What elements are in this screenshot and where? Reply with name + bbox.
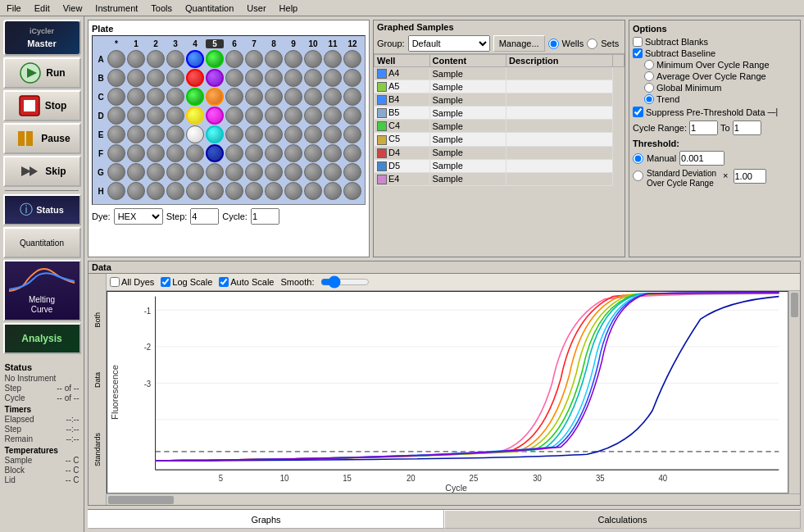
well-d11[interactable] [324, 107, 342, 125]
table-row[interactable]: C4 Sample [375, 120, 625, 133]
well-e4[interactable] [186, 125, 204, 143]
well-d8[interactable] [265, 107, 283, 125]
menu-help[interactable]: Help [276, 2, 302, 14]
cycle-from-input[interactable] [689, 120, 718, 135]
well-d5[interactable] [206, 107, 224, 125]
menu-instrument[interactable]: Instrument [92, 2, 141, 14]
well-a4[interactable] [186, 50, 204, 68]
well-c1[interactable] [127, 88, 145, 106]
melting-curve-button[interactable]: MeltingCurve [3, 260, 81, 321]
menu-quantitation[interactable]: Quantitation [182, 2, 237, 14]
well-h-star[interactable] [107, 182, 125, 200]
table-row[interactable]: A4 Sample [375, 67, 625, 80]
well-h5[interactable] [206, 182, 224, 200]
stddev-radio[interactable] [633, 171, 643, 181]
pause-button[interactable]: Pause [3, 123, 81, 154]
well-b4[interactable] [186, 69, 204, 87]
well-f3[interactable] [166, 144, 184, 162]
well-d12[interactable] [343, 107, 361, 125]
well-h12[interactable] [343, 182, 361, 200]
well-g1[interactable] [127, 163, 145, 181]
manual-threshold-input[interactable] [679, 151, 725, 166]
table-row[interactable]: D5 Sample [375, 159, 625, 172]
table-row[interactable]: E4 Sample [375, 172, 625, 185]
well-d9[interactable] [284, 107, 302, 125]
well-g-star[interactable] [107, 163, 125, 181]
well-e-star[interactable] [107, 125, 125, 143]
well-h2[interactable] [147, 182, 165, 200]
skip-button[interactable]: Skip [3, 156, 81, 187]
well-g4[interactable] [186, 163, 204, 181]
stop-button[interactable]: Stop [3, 90, 81, 121]
well-a12[interactable] [343, 50, 361, 68]
well-h1[interactable] [127, 182, 145, 200]
well-e12[interactable] [343, 125, 361, 143]
menu-view[interactable]: View [60, 2, 86, 14]
smooth-slider[interactable] [320, 275, 370, 289]
log-scale-checkbox[interactable] [161, 277, 170, 287]
well-e6[interactable] [225, 125, 243, 143]
well-h11[interactable] [324, 182, 342, 200]
well-c11[interactable] [324, 88, 342, 106]
well-b10[interactable] [304, 69, 322, 87]
wells-radio[interactable] [548, 39, 559, 49]
well-a2[interactable] [147, 50, 165, 68]
min-over-cycle-radio[interactable] [644, 60, 654, 70]
well-e3[interactable] [166, 125, 184, 143]
well-d7[interactable] [245, 107, 263, 125]
horizontal-scrollbar[interactable] [107, 493, 800, 505]
well-a7[interactable] [245, 50, 263, 68]
well-f11[interactable] [324, 144, 342, 162]
well-f9[interactable] [284, 144, 302, 162]
well-b12[interactable] [343, 69, 361, 87]
well-g7[interactable] [245, 163, 263, 181]
well-a9[interactable] [284, 50, 302, 68]
well-h3[interactable] [166, 182, 184, 200]
menu-file[interactable]: File [3, 2, 25, 14]
well-e2[interactable] [147, 125, 165, 143]
well-b3[interactable] [166, 69, 184, 87]
quantitation-button[interactable]: Quantitation [3, 227, 81, 258]
cycle-to-input[interactable] [733, 120, 761, 135]
well-h6[interactable] [225, 182, 243, 200]
suppress-checkbox[interactable] [633, 107, 643, 117]
trend-radio[interactable] [644, 94, 654, 104]
well-b7[interactable] [245, 69, 263, 87]
well-g9[interactable] [284, 163, 302, 181]
well-c12[interactable] [343, 88, 361, 106]
graphs-tab[interactable]: Graphs [88, 510, 444, 529]
manage-button[interactable]: Manage... [493, 35, 545, 52]
well-e10[interactable] [304, 125, 322, 143]
vertical-scrollbar[interactable] [788, 291, 800, 493]
subtract-baseline-checkbox[interactable] [633, 48, 643, 58]
log-scale-label[interactable]: Log Scale [161, 277, 212, 287]
table-row[interactable]: D4 Sample [375, 146, 625, 159]
well-f2[interactable] [147, 144, 165, 162]
table-row[interactable]: B5 Sample [375, 107, 625, 120]
table-row[interactable]: A5 Sample [375, 80, 625, 93]
well-a11[interactable] [324, 50, 342, 68]
well-h8[interactable] [265, 182, 283, 200]
table-row[interactable]: C5 Sample [375, 133, 625, 146]
well-a10[interactable] [304, 50, 322, 68]
well-e7[interactable] [245, 125, 263, 143]
well-f8[interactable] [265, 144, 283, 162]
well-f5[interactable] [206, 144, 224, 162]
well-b6[interactable] [225, 69, 243, 87]
well-a1[interactable] [127, 50, 145, 68]
well-g2[interactable] [147, 163, 165, 181]
well-f-star[interactable] [107, 144, 125, 162]
well-c2[interactable] [147, 88, 165, 106]
well-e9[interactable] [284, 125, 302, 143]
well-d2[interactable] [147, 107, 165, 125]
well-g3[interactable] [166, 163, 184, 181]
well-e1[interactable] [127, 125, 145, 143]
global-min-radio[interactable] [644, 83, 654, 93]
well-c-star[interactable] [107, 88, 125, 106]
well-f4[interactable] [186, 144, 204, 162]
calculations-tab[interactable]: Calculations [444, 510, 801, 529]
menu-tools[interactable]: Tools [148, 2, 175, 14]
run-button[interactable]: Run [3, 57, 81, 89]
stddev-value-input[interactable] [734, 169, 766, 184]
well-f10[interactable] [304, 144, 322, 162]
